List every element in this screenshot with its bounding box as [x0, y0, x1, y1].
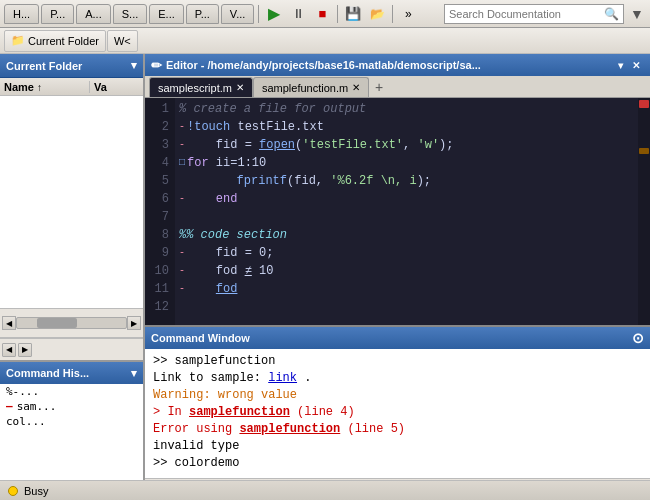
col-name-header: Name ↑	[0, 81, 90, 93]
editor-title: Editor - /home/andy/projects/base16-matl…	[166, 59, 612, 71]
code-line-12	[179, 298, 634, 316]
cmd-line-6: invalid type	[153, 438, 642, 455]
main-toolbar: H... P... A... S... E... P... V... ▶ ⏸ ■…	[0, 0, 650, 28]
scroll-track	[16, 317, 127, 329]
scroll-marker-orange	[639, 148, 649, 154]
toolbar-tab-v[interactable]: V...	[221, 4, 255, 24]
editor-scrollbar[interactable]	[638, 98, 650, 325]
cmd-history-arrow[interactable]: ▾	[131, 367, 137, 380]
editor-minimize-btn[interactable]: ▾	[612, 57, 628, 73]
horizontal-scrollbar[interactable]: ◀ ▶	[0, 308, 143, 338]
command-window: Command Window ⊙ >> samplefunction Link …	[145, 325, 650, 500]
toolbar-tab-p[interactable]: P...	[41, 4, 74, 24]
code-line-10: - fod ≠ 10	[179, 262, 634, 280]
current-folder-title: Current Folder	[6, 60, 82, 72]
save-button[interactable]: 💾	[342, 3, 364, 25]
cmd-line-4: > In samplefunction (line 4)	[153, 404, 642, 421]
toolbar-tab-h[interactable]: H...	[4, 4, 39, 24]
tab-samplefunction-close[interactable]: ✕	[352, 82, 360, 93]
code-line-8: %% code section	[179, 226, 634, 244]
search-box: 🔍	[444, 4, 624, 24]
pause-button[interactable]: ⏸	[287, 3, 309, 25]
scroll-left-arrow[interactable]: ◀	[2, 316, 16, 330]
editor-tab-add-button[interactable]: +	[369, 77, 389, 97]
scroll-thumb[interactable]	[37, 318, 77, 328]
cmd-link[interactable]: link	[268, 371, 297, 385]
left-panel: Current Folder ▾ Name ↑ Va ◀ ▶ ◀ ▶	[0, 54, 145, 500]
cmd-history-title: Command His...	[6, 367, 89, 379]
line4-marker: □	[179, 154, 185, 172]
editor-close-btn[interactable]: ✕	[628, 57, 644, 73]
cmd-line-5: Error using samplefunction (line 5)	[153, 421, 642, 438]
status-bar: Busy	[0, 480, 650, 500]
nav-btn-1[interactable]: ◀	[2, 343, 16, 357]
cmd-line-7: >> colordemo	[153, 455, 642, 472]
editor-tabs: samplescript.m ✕ samplefunction.m ✕ +	[145, 76, 650, 98]
line11-marker: -	[179, 280, 185, 298]
history-item-2[interactable]: – sam...	[0, 399, 143, 414]
wc-btn[interactable]: W<	[107, 30, 138, 52]
current-folder-btn[interactable]: 📁 Current Folder	[4, 30, 106, 52]
line2-marker: -	[179, 118, 185, 136]
line10-marker: -	[179, 262, 185, 280]
scroll-marker-red	[639, 100, 649, 108]
editor-tab-samplefunction[interactable]: samplefunction.m ✕	[253, 77, 369, 97]
cmd-window-expand-btn[interactable]: ⊙	[632, 330, 644, 346]
main-layout: Current Folder ▾ Name ↑ Va ◀ ▶ ◀ ▶	[0, 54, 650, 500]
left-panel-nav-buttons: ◀ ▶	[0, 338, 143, 360]
open-button[interactable]: 📂	[366, 3, 388, 25]
code-line-7	[179, 208, 634, 226]
code-line-9: - fid = 0;	[179, 244, 634, 262]
col-val-header: Va	[90, 81, 107, 93]
line3-marker: -	[179, 136, 185, 154]
history-item-3-text: col...	[6, 415, 46, 428]
command-history-panel: Command His... ▾ %-... – sam... col...	[0, 360, 143, 500]
search-input[interactable]	[449, 8, 604, 20]
cmd-error-func1[interactable]: samplefunction	[189, 405, 290, 419]
toolbar-separator	[258, 5, 259, 23]
code-line-4: □ for ii=1:10	[179, 154, 634, 172]
code-editor[interactable]: 1 2 3 4 5 6 7 8 9 10 11 12 % create a fi…	[145, 98, 650, 325]
history-item-1-text: %-...	[6, 385, 39, 398]
run-button[interactable]: ▶	[263, 3, 285, 25]
code-line-6: - end	[179, 190, 634, 208]
status-text: Busy	[24, 485, 48, 497]
editor-icon: ✏	[151, 58, 162, 73]
secondary-toolbar: 📁 Current Folder W<	[0, 28, 650, 54]
code-line-5: fprintf (fid, '%6.2f \n, i );	[179, 172, 634, 190]
nav-btn-2[interactable]: ▶	[18, 343, 32, 357]
current-folder-label: Current Folder	[28, 35, 99, 47]
file-table: Name ↑ Va	[0, 78, 143, 308]
cmd-output: >> samplefunction Link to sample: link .…	[145, 349, 650, 478]
toolbar-tab-s[interactable]: S...	[113, 4, 148, 24]
status-led	[8, 486, 18, 496]
stop-button[interactable]: ■	[311, 3, 333, 25]
code-content[interactable]: % create a file for output - !touch test…	[175, 98, 638, 325]
tab-samplescript-close[interactable]: ✕	[236, 82, 244, 93]
wc-label: W<	[114, 35, 131, 47]
history-item-1[interactable]: %-...	[0, 384, 143, 399]
right-panel: ✏ Editor - /home/andy/projects/base16-ma…	[145, 54, 650, 500]
toolbar-tab-a[interactable]: A...	[76, 4, 111, 24]
line-numbers: 1 2 3 4 5 6 7 8 9 10 11 12	[145, 98, 175, 325]
current-folder-header: Current Folder ▾	[0, 54, 143, 78]
toolbar-tab-e[interactable]: E...	[149, 4, 184, 24]
line6-marker: -	[179, 190, 185, 208]
command-window-header: Command Window ⊙	[145, 327, 650, 349]
editor-tab-samplescript[interactable]: samplescript.m ✕	[149, 77, 253, 97]
cmd-error-func2[interactable]: samplefunction	[239, 422, 340, 436]
command-window-title: Command Window	[151, 332, 250, 344]
toolbar-tab-p2[interactable]: P...	[186, 4, 219, 24]
toolbar-sep2	[337, 5, 338, 23]
folder-icon: 📁	[11, 34, 25, 47]
history-item-2-text: sam...	[17, 400, 57, 413]
scroll-right-arrow[interactable]: ▶	[127, 316, 141, 330]
more-button[interactable]: »	[397, 3, 419, 25]
editor-header: ✏ Editor - /home/andy/projects/base16-ma…	[145, 54, 650, 76]
filter-button[interactable]: ▼	[628, 5, 646, 23]
code-line-11: - fod	[179, 280, 634, 298]
panel-header-arrow[interactable]: ▾	[131, 59, 137, 72]
tab-samplefunction-label: samplefunction.m	[262, 82, 348, 94]
cmd-line-3: Warning: wrong value	[153, 387, 642, 404]
history-item-3[interactable]: col...	[0, 414, 143, 429]
